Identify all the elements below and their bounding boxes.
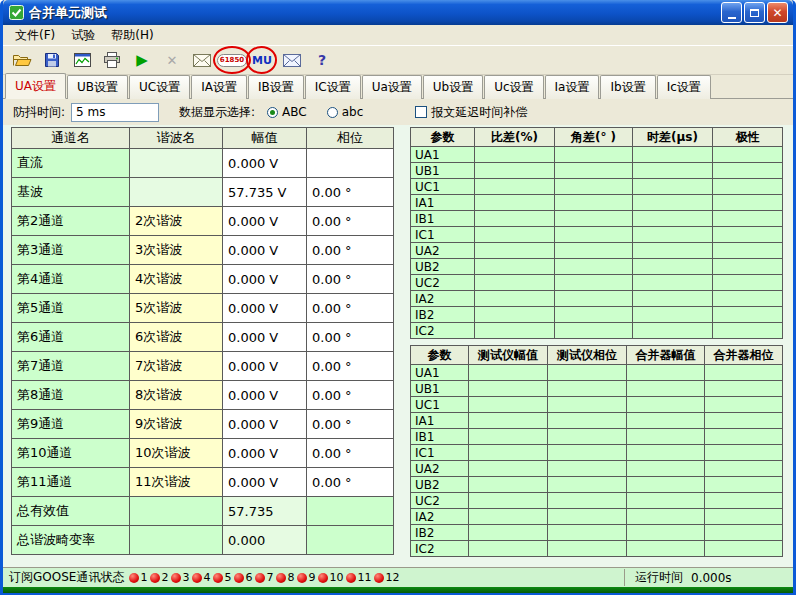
radio-abc-upper[interactable]: ABC (267, 105, 307, 119)
goose-indicator-4: 4 (192, 571, 210, 584)
value-cell (705, 445, 783, 461)
tab-Ic[interactable]: Ic设置 (657, 75, 711, 99)
close-button[interactable]: ✕ (767, 2, 788, 23)
value-cell (633, 147, 713, 163)
value-cell (705, 413, 783, 429)
value-cell (555, 259, 633, 275)
iec61850-badge-button[interactable]: 61850 (219, 48, 245, 72)
goose-indicator-8: 8 (276, 571, 294, 584)
indicator-number: 1 (140, 571, 147, 584)
tab-IC[interactable]: IC设置 (305, 75, 361, 99)
waveform-report-button[interactable] (69, 48, 95, 72)
param-cell: UA1 (411, 147, 475, 163)
param-cell: UA2 (411, 461, 469, 477)
rt-header-0: 参数 (411, 128, 475, 147)
tab-IB[interactable]: IB设置 (248, 75, 304, 99)
goose-indicators: 123456789101112 (129, 571, 402, 584)
red-dot-icon (346, 573, 356, 583)
left-row-1: 基波57.735 V0.00 ° (12, 178, 394, 207)
value-cell (705, 493, 783, 509)
param-cell: IB2 (411, 307, 475, 323)
indicator-number: 9 (308, 571, 315, 584)
radio-abc-lower[interactable]: abc (327, 105, 364, 119)
value-cell (713, 259, 783, 275)
left-row-3: 第3通道3次谐波0.000 V0.00 ° (12, 236, 394, 265)
menu-item-help[interactable]: 帮助(H) (103, 25, 161, 46)
tab-Ub[interactable]: Ub设置 (423, 75, 483, 99)
display-select-label: 数据显示选择: (179, 104, 255, 121)
channel-cell: 第10通道 (12, 439, 130, 468)
param-cell: IC2 (411, 541, 469, 557)
value-cell (548, 397, 627, 413)
delay-compensation-checkbox[interactable]: 报文延迟时间补偿 (415, 104, 527, 121)
stop-button[interactable]: ✕ (159, 48, 185, 72)
value-cell (705, 541, 783, 557)
red-dot-icon (171, 573, 181, 583)
value-cell (469, 397, 548, 413)
mu-badge-icon: MU (252, 55, 272, 66)
value-cell (713, 163, 783, 179)
goose-indicator-3: 3 (171, 571, 189, 584)
amplitude-cell: 0.000 V (223, 439, 307, 468)
value-cell (713, 291, 783, 307)
indicator-number: 2 (161, 571, 168, 584)
amplitude-cell: 0.000 V (223, 352, 307, 381)
rb-header-3: 合并器幅值 (627, 346, 705, 365)
left-row-12: 总有效值57.735 (12, 497, 394, 526)
tab-UB[interactable]: UB设置 (67, 75, 128, 99)
param-cell: UA2 (411, 243, 475, 259)
mu-badge-button[interactable]: MU (249, 48, 275, 72)
param-cell: IB2 (411, 525, 469, 541)
amplitude-cell: 0.000 V (223, 410, 307, 439)
harmonic-cell: 2次谐波 (130, 207, 223, 236)
message-frame2-button[interactable] (279, 48, 305, 72)
phase-cell: 0.00 ° (307, 410, 394, 439)
param-cell: IA2 (411, 291, 475, 307)
tab-Ia[interactable]: Ia设置 (545, 75, 600, 99)
print-button[interactable] (99, 48, 125, 72)
rb-row-UC1: UC1 (411, 397, 783, 413)
tab-UC[interactable]: UC设置 (129, 75, 190, 99)
radio-icon (327, 107, 338, 118)
left-row-10: 第10通道10次谐波0.000 V0.00 ° (12, 439, 394, 468)
value-cell (469, 445, 548, 461)
menu-item-test[interactable]: 试验 (63, 25, 103, 46)
param-cell: IA1 (411, 195, 475, 211)
open-folder-button[interactable] (9, 48, 35, 72)
message-frame-button[interactable] (189, 48, 215, 72)
help-button[interactable]: ? (309, 48, 335, 72)
minimize-button[interactable] (721, 2, 742, 23)
tab-UA[interactable]: UA设置 (5, 73, 66, 99)
debounce-input[interactable] (71, 103, 159, 122)
tab-Ib[interactable]: Ib设置 (600, 75, 655, 99)
value-cell (713, 179, 783, 195)
runtime-group: 运行时间 0.000s (624, 569, 787, 586)
radio-abc-upper-label: ABC (282, 105, 307, 119)
rt-row-UB1: UB1 (411, 163, 783, 179)
channel-cell: 第6通道 (12, 323, 130, 352)
radio-abc-lower-label: abc (342, 105, 364, 119)
save-button[interactable] (39, 48, 65, 72)
value-cell (475, 147, 555, 163)
value-cell (475, 195, 555, 211)
tab-Uc[interactable]: Uc设置 (484, 75, 543, 99)
waveform-report-icon (74, 53, 91, 68)
tab-IA[interactable]: IA设置 (191, 75, 247, 99)
menu-item-file[interactable]: 文件(F) (7, 25, 63, 46)
goose-indicator-11: 11 (346, 571, 371, 584)
value-cell (555, 323, 633, 339)
value-cell (713, 243, 783, 259)
value-cell (627, 477, 705, 493)
toolbar: ▶ ✕ 61850 MU ? (3, 45, 793, 75)
phase-cell: 0.00 ° (307, 352, 394, 381)
run-button[interactable]: ▶ (129, 48, 155, 72)
rb-row-UB1: UB1 (411, 381, 783, 397)
amplitude-cell: 0.000 (223, 526, 307, 555)
value-cell (469, 365, 548, 381)
rt-header-2: 角差(° ) (555, 128, 633, 147)
tab-Ua[interactable]: Ua设置 (362, 75, 422, 99)
indicator-number: 7 (266, 571, 273, 584)
value-cell (469, 493, 548, 509)
rb-row-UA1: UA1 (411, 365, 783, 381)
maximize-button[interactable] (744, 2, 765, 23)
